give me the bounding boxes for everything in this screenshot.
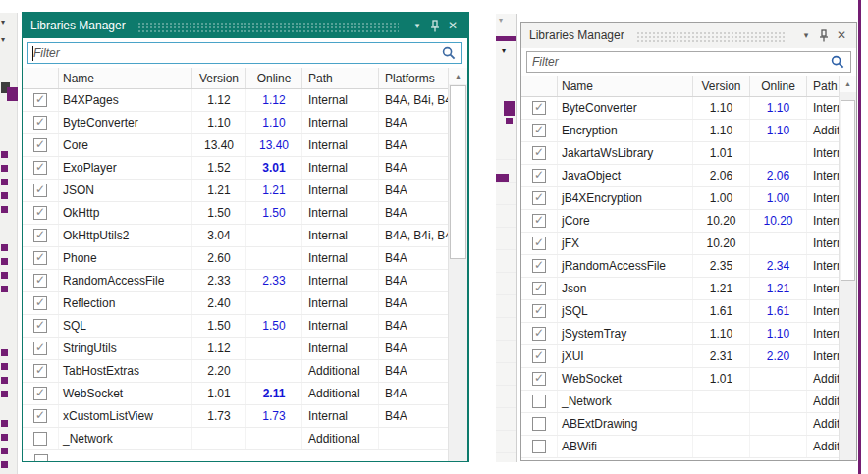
window-menu-button[interactable]: ▾ xyxy=(797,26,815,44)
table-row[interactable]: ✓Encryption1.101.10Additional xyxy=(521,120,856,142)
table-row[interactable]: ✓RandomAccessFile2.332.33InternalB4A xyxy=(23,270,467,292)
table-row[interactable]: ✓OkHttpUtils23.04InternalB4A, B4i, B4J xyxy=(23,225,467,247)
table-row[interactable]: ✓jRandomAccessFile2.352.34Internal xyxy=(521,255,856,278)
library-online-version[interactable]: 2.34 xyxy=(750,255,807,277)
table-row[interactable]: ✓StringUtils1.12InternalB4A xyxy=(23,338,467,360)
row-checkbox-checked[interactable]: ✓ xyxy=(33,184,47,197)
row-checkbox-checked[interactable]: ✓ xyxy=(33,138,47,152)
table-row[interactable]: ABWifiAdditional xyxy=(521,436,856,458)
row-checkbox-unchecked[interactable] xyxy=(34,454,48,461)
column-header-online[interactable]: Online xyxy=(246,68,302,88)
table-row[interactable]: ✓WebSocket1.01Additional xyxy=(521,368,856,391)
library-online-version[interactable] xyxy=(246,292,302,314)
library-online-version[interactable]: 3.01 xyxy=(246,157,302,179)
close-button[interactable]: ✕ xyxy=(444,17,461,34)
library-online-version[interactable]: 2.11 xyxy=(246,383,302,404)
library-online-version[interactable] xyxy=(750,142,807,164)
table-row[interactable]: ✓Core13.4013.40InternalB4A xyxy=(23,134,467,157)
library-online-version[interactable]: 1.10 xyxy=(750,97,807,119)
table-row[interactable]: _NetworkAdditional xyxy=(23,428,467,450)
row-checkbox-checked[interactable]: ✓ xyxy=(532,237,546,250)
library-online-version[interactable]: 10.20 xyxy=(750,210,807,232)
table-row[interactable]: ✓JavaObject2.062.06Internal xyxy=(521,165,856,187)
column-header-name[interactable]: Name xyxy=(558,76,693,96)
table-row[interactable]: ABExtDrawingAdditional xyxy=(521,413,856,436)
table-row-partial[interactable] xyxy=(23,450,467,461)
table-row[interactable]: ✓jSystemTray1.101.10Internal xyxy=(521,323,856,345)
scrollbar-thumb[interactable] xyxy=(841,100,855,281)
scroll-up-button[interactable]: ▲ xyxy=(449,68,467,84)
library-online-version[interactable] xyxy=(246,428,302,449)
vertical-scrollbar[interactable]: ▲ xyxy=(839,76,856,460)
table-row[interactable]: ✓JSON1.211.21InternalB4A xyxy=(23,180,467,202)
table-row[interactable]: ✓JakartaWsLibrary1.01Internal xyxy=(521,142,856,165)
library-online-version[interactable] xyxy=(246,338,302,359)
column-header-version[interactable]: Version xyxy=(693,76,750,96)
row-checkbox-checked[interactable]: ✓ xyxy=(532,101,546,115)
row-checkbox-checked[interactable]: ✓ xyxy=(33,206,47,220)
pin-button[interactable] xyxy=(426,17,444,34)
library-online-version[interactable] xyxy=(750,233,807,254)
row-checkbox-checked[interactable]: ✓ xyxy=(33,387,47,400)
library-online-version[interactable]: 1.10 xyxy=(750,120,807,141)
row-checkbox-unchecked[interactable] xyxy=(532,440,546,453)
table-row[interactable]: ✓Reflection2.40InternalB4A xyxy=(23,292,467,315)
library-online-version[interactable]: 1.50 xyxy=(246,202,302,224)
table-row[interactable]: ✓OkHttp1.501.50InternalB4A xyxy=(23,202,467,225)
column-header-platforms[interactable]: Platforms xyxy=(379,68,448,88)
table-row[interactable]: ✓Json1.211.21Internal xyxy=(521,278,856,300)
table-row[interactable]: ✓jB4XEncryption1.001.00Internal xyxy=(521,187,856,210)
table-row[interactable]: ✓WebSocket1.012.11AdditionalB4A xyxy=(23,383,467,405)
column-header-checkbox[interactable] xyxy=(521,76,558,96)
column-header-version[interactable]: Version xyxy=(192,68,246,88)
table-row[interactable]: ✓SQL1.501.50InternalB4A xyxy=(23,315,467,338)
row-checkbox-checked[interactable]: ✓ xyxy=(532,327,546,341)
row-checkbox-checked[interactable]: ✓ xyxy=(532,169,546,183)
row-checkbox-checked[interactable]: ✓ xyxy=(532,282,546,295)
library-online-version[interactable]: 1.21 xyxy=(750,278,807,299)
table-row[interactable]: ✓jSQL1.611.61Internal xyxy=(521,300,856,323)
row-checkbox-checked[interactable]: ✓ xyxy=(532,146,546,160)
row-checkbox-checked[interactable]: ✓ xyxy=(532,349,546,363)
column-header-path[interactable]: Path xyxy=(302,68,379,88)
window-menu-button[interactable]: ▾ xyxy=(408,17,426,34)
scroll-up-button[interactable]: ▲ xyxy=(840,76,856,92)
library-online-version[interactable]: 1.61 xyxy=(750,300,807,322)
library-online-version[interactable]: 2.06 xyxy=(750,165,807,186)
library-online-version[interactable] xyxy=(750,413,807,435)
row-checkbox-checked[interactable]: ✓ xyxy=(532,372,546,386)
row-checkbox-checked[interactable]: ✓ xyxy=(33,251,47,265)
vertical-scrollbar[interactable]: ▲ xyxy=(448,68,467,461)
table-row[interactable]: ✓jXUI2.312.20Internal xyxy=(521,345,856,368)
panel-titlebar[interactable]: Libraries Manager ▾ ✕ xyxy=(23,13,467,38)
library-online-version[interactable]: 1.21 xyxy=(246,180,302,201)
table-row[interactable]: ✓Phone2.60InternalB4A xyxy=(23,247,467,270)
library-online-version[interactable]: 1.10 xyxy=(246,112,302,133)
row-checkbox-checked[interactable]: ✓ xyxy=(33,274,47,288)
table-row[interactable]: ✓jCore10.2010.20Internal xyxy=(521,210,856,233)
close-button[interactable]: ✕ xyxy=(833,26,850,44)
library-online-version[interactable]: 13.40 xyxy=(246,134,302,156)
pin-button[interactable] xyxy=(815,26,833,44)
library-online-version[interactable] xyxy=(750,368,807,390)
table-row[interactable]: ✓ByteConverter1.101.10Internal xyxy=(521,97,856,120)
library-online-version[interactable] xyxy=(750,436,807,457)
table-row[interactable]: ✓TabHostExtras2.20AdditionalB4A xyxy=(23,360,467,383)
table-row[interactable]: _NetworkAdditional xyxy=(521,391,856,413)
row-checkbox-checked[interactable]: ✓ xyxy=(33,229,47,242)
library-online-version[interactable] xyxy=(246,225,302,246)
row-checkbox-checked[interactable]: ✓ xyxy=(33,296,47,310)
filter-box[interactable] xyxy=(526,51,851,73)
library-online-version[interactable]: 2.33 xyxy=(246,270,302,291)
column-header-online[interactable]: Online xyxy=(750,76,807,96)
row-checkbox-unchecked[interactable] xyxy=(532,417,546,431)
row-checkbox-checked[interactable]: ✓ xyxy=(532,259,546,273)
table-row[interactable]: ✓xCustomListView1.731.73InternalB4A xyxy=(23,405,467,428)
row-checkbox-checked[interactable]: ✓ xyxy=(33,409,47,423)
table-row[interactable]: ✓B4XPages1.121.12InternalB4A, B4i, B4J xyxy=(23,89,467,112)
row-checkbox-checked[interactable]: ✓ xyxy=(33,364,47,378)
row-checkbox-checked[interactable]: ✓ xyxy=(33,319,47,333)
library-online-version[interactable] xyxy=(750,391,807,412)
row-checkbox-unchecked[interactable] xyxy=(33,432,47,446)
library-online-version[interactable]: 1.12 xyxy=(246,89,302,111)
